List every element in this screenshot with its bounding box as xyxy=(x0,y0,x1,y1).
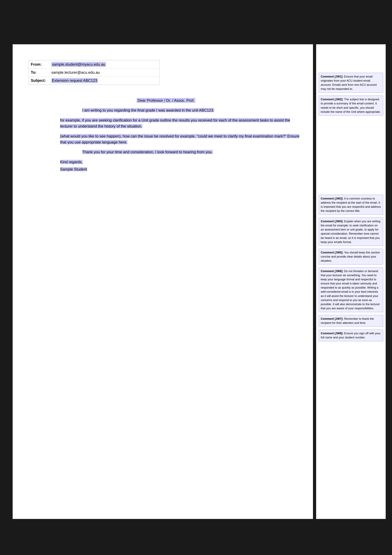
comment-jw8: Comment [JW8]: Ensure you sign off with … xyxy=(319,329,383,341)
para2-text: for example, if you are seeking clarific… xyxy=(60,118,290,128)
comment-jw6-text: Do not threaten or demand that your lect… xyxy=(321,270,380,310)
comment-jw3-label: Comment [JW3]: xyxy=(321,197,343,200)
email-header-table: From: sample.student@myacu.edu.au To: sa… xyxy=(29,60,160,85)
subject-row: Subject: Extension request ABC123 xyxy=(29,76,160,85)
paragraph-1: I am writing to you regarding the final … xyxy=(29,107,304,113)
comment-jw5: Comment [JW5]: You should keep this sect… xyxy=(319,249,383,264)
signature: Sample Student xyxy=(29,166,304,172)
from-row: From: sample.student@myacu.edu.au xyxy=(29,60,160,69)
comment-jw1: Comment [JW1]: Ensure that your email or… xyxy=(319,73,383,93)
comment-jw8-label: Comment [JW8]: xyxy=(321,332,343,335)
para1-text: I am writing to you regarding the final … xyxy=(82,108,214,112)
from-value-text: sample.student@myacu.edu.au xyxy=(51,62,106,67)
comments-panel: Comment [JW1]: Ensure that your email or… xyxy=(316,44,386,519)
salutation-text: Dear Professor / Dr. / Assoc. Prof. xyxy=(136,98,195,103)
comment-jw6: Comment [JW6]: Do not threaten or demand… xyxy=(319,267,383,312)
comment-jw2: Comment [JW2]: The subject line is desig… xyxy=(319,95,383,116)
comment-jw1-label: Comment [JW1]: xyxy=(321,75,343,78)
email-body: Dear Professor / Dr. / Assoc. Prof. I am… xyxy=(29,97,304,172)
subject-label: Subject: xyxy=(29,76,49,85)
from-value: sample.student@myacu.edu.au xyxy=(49,60,160,69)
from-label: From: xyxy=(29,60,49,69)
to-label: To: xyxy=(29,69,49,76)
comment-jw2-label: Comment [JW2]: xyxy=(321,98,343,101)
to-row: To: sample.lecturer@acu.edu.au xyxy=(29,69,160,76)
subject-value: Extension request ABC123 xyxy=(49,76,160,85)
closing-text: Thank you for your time and consideratio… xyxy=(82,150,213,154)
comment-jw7: Comment [JW7]: Remember to thank the rec… xyxy=(319,315,383,327)
comment-jw4-label: Comment [JW4]: xyxy=(321,220,343,223)
comment-jw4-text: Explain when you are writing the email f… xyxy=(321,220,380,243)
to-value: sample.lecturer@acu.edu.au xyxy=(49,69,160,76)
closing-salutation-text: Kind regards, xyxy=(60,160,83,164)
main-page: From: sample.student@myacu.edu.au To: sa… xyxy=(13,44,313,519)
comment-jw6-label: Comment [JW6]: xyxy=(321,270,343,273)
comment-jw7-label: Comment [JW7]: xyxy=(321,317,343,320)
closing-para: Thank you for your time and consideratio… xyxy=(29,149,304,155)
signature-text: Sample Student xyxy=(60,167,87,171)
para3-text: (what would you like to see happen), how… xyxy=(60,134,299,144)
paragraph-2: for example, if you are seeking clarific… xyxy=(29,117,304,129)
comment-jw5-label: Comment [JW5]: xyxy=(321,251,343,254)
paragraph-3: (what would you like to see happen), how… xyxy=(29,133,304,145)
subject-value-text: Extension request ABC123 xyxy=(51,78,98,83)
salutation: Dear Professor / Dr. / Assoc. Prof. xyxy=(29,97,304,103)
comment-jw3: Comment [JW3]: It is common courtesy to … xyxy=(319,195,383,215)
comment-jw4: Comment [JW4]: Explain when you are writ… xyxy=(319,218,383,246)
closing-salutation: Kind regards, xyxy=(29,159,304,165)
